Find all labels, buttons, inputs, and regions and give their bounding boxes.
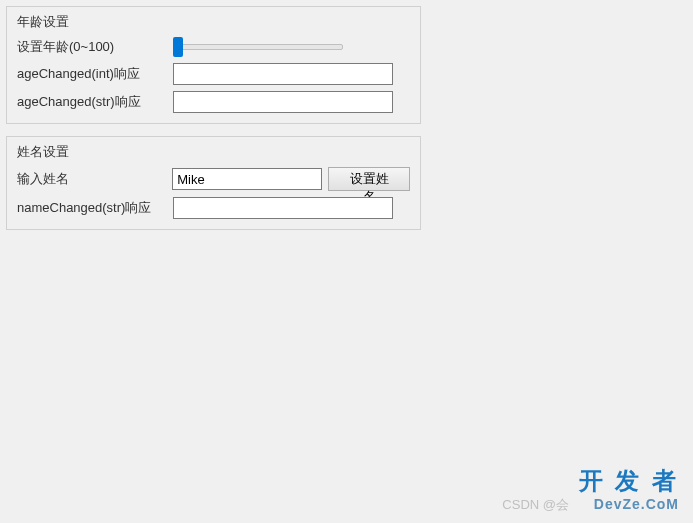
watermark-title: 开 发 者 xyxy=(579,467,679,496)
age-int-row: ageChanged(int)响应 xyxy=(17,63,410,85)
name-input-label: 输入姓名 xyxy=(17,170,166,188)
name-group-title: 姓名设置 xyxy=(17,143,410,161)
age-slider[interactable] xyxy=(173,37,343,57)
slider-thumb[interactable] xyxy=(173,37,183,57)
age-str-label: ageChanged(str)响应 xyxy=(17,93,167,111)
watermark: CSDN @会 开 发 者 DevZe.CoM xyxy=(579,467,679,513)
watermark-sub: DevZe.CoM xyxy=(579,496,679,513)
age-str-row: ageChanged(str)响应 xyxy=(17,91,410,113)
name-settings-group: 姓名设置 输入姓名 设置姓名 nameChanged(str)响应 xyxy=(6,136,421,230)
age-slider-row: 设置年龄(0~100) xyxy=(17,37,410,57)
name-input-row: 输入姓名 设置姓名 xyxy=(17,167,410,191)
watermark-csdn: CSDN @会 xyxy=(502,497,569,513)
slider-track xyxy=(173,44,343,50)
age-settings-group: 年龄设置 设置年龄(0~100) ageChanged(int)响应 ageCh… xyxy=(6,6,421,124)
set-name-button[interactable]: 设置姓名 xyxy=(328,167,410,191)
name-response-row: nameChanged(str)响应 xyxy=(17,197,410,219)
name-response-input[interactable] xyxy=(173,197,393,219)
age-group-title: 年龄设置 xyxy=(17,13,410,31)
age-int-label: ageChanged(int)响应 xyxy=(17,65,167,83)
age-slider-label: 设置年龄(0~100) xyxy=(17,38,167,56)
name-response-label: nameChanged(str)响应 xyxy=(17,199,167,217)
age-int-input[interactable] xyxy=(173,63,393,85)
age-str-input[interactable] xyxy=(173,91,393,113)
name-input[interactable] xyxy=(172,168,322,190)
